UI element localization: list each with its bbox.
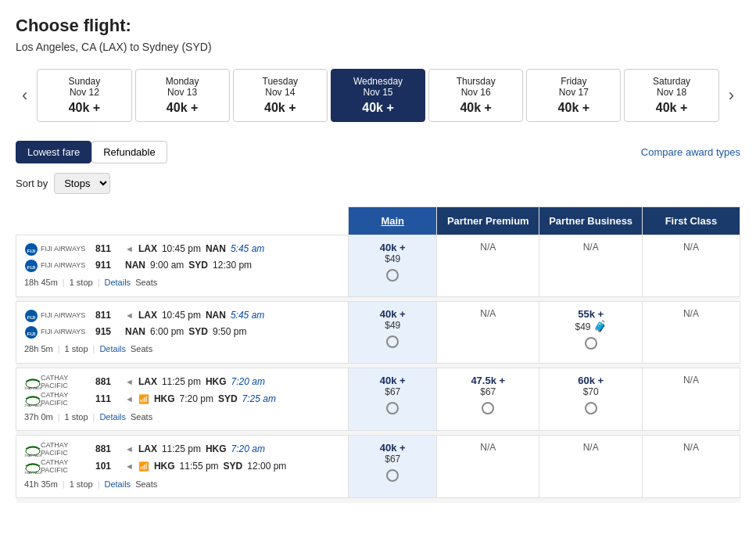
col-partner-business[interactable]: Partner Business <box>539 207 642 235</box>
next-date-button[interactable]: › <box>722 85 740 106</box>
arr-time: 12:00 pm <box>247 459 286 474</box>
flight-meta: 28h 5m | 1 stop | Details Seats <box>24 343 340 357</box>
radio-button[interactable] <box>482 402 494 414</box>
flight-number: 915 <box>95 325 120 339</box>
flight-leg-1: CATHAY PACIFIC CATHAY PACIFIC 101 ◄📶 HKG… <box>24 459 340 475</box>
wifi-icon: 📶 <box>138 393 149 407</box>
seats-label[interactable]: Seats <box>131 411 152 425</box>
price-points: 40k + <box>353 375 432 386</box>
radio-button[interactable] <box>386 269 399 282</box>
flight-info-cell-1: FIJI FIJI AIRWAYS 811 ◄ LAX 10:45 pm NAN… <box>16 301 349 363</box>
duration: 37h 0m <box>24 411 53 425</box>
details-link[interactable]: Details <box>105 478 131 492</box>
dep-airport: NAN <box>125 258 145 273</box>
na-label: N/A <box>683 375 699 386</box>
partner-business-cell[interactable]: 60k + $70 <box>539 368 642 430</box>
stops: 1 stop <box>70 478 93 492</box>
seats-label[interactable]: Seats <box>135 276 157 290</box>
arr-time: 5:45 am <box>231 308 264 323</box>
svg-text:FIJI: FIJI <box>27 332 36 336</box>
main-price-cell[interactable]: 40k + $49 <box>349 301 437 363</box>
main-price-cell[interactable]: 40k + $49 <box>349 235 437 297</box>
sort-row: Sort by Stops <box>16 173 740 194</box>
date-cards: Sunday Nov 12 40k + Monday Nov 13 40k + … <box>37 69 718 122</box>
price-points: 60k + <box>544 375 636 386</box>
date-card-0[interactable]: Sunday Nov 12 40k + <box>37 69 131 122</box>
radio-button[interactable] <box>386 402 399 414</box>
price-fee: $67 <box>442 386 534 397</box>
main-price-cell[interactable]: 40k + $67 <box>349 368 437 430</box>
price-radio[interactable] <box>544 402 636 417</box>
flight-number: 111 <box>95 392 120 407</box>
col-flight <box>16 207 349 235</box>
date-card-5[interactable]: Friday Nov 17 40k + <box>526 69 621 122</box>
sort-select[interactable]: Stops <box>54 173 110 194</box>
table-row: CATHAY PACIFIC CATHAY PACIFIC 881 ◄ LAX … <box>16 436 740 498</box>
flight-leg-0: FIJI FIJI AIRWAYS 811 ◄ LAX 10:45 pm NAN… <box>24 242 340 257</box>
date-nav: ‹ Sunday Nov 12 40k + Monday Nov 13 40k … <box>16 69 740 122</box>
flight-meta: 41h 35m | 1 stop | Details Seats <box>24 478 340 492</box>
price-radio[interactable] <box>353 402 432 417</box>
date-card-2[interactable]: Tuesday Nov 14 40k + <box>233 69 328 122</box>
flight-number: 811 <box>95 242 120 257</box>
fare-tab-1[interactable]: Refundable <box>91 141 167 163</box>
flight-leg-1: FIJI FIJI AIRWAYS 911 NAN 9:00 am SYD 12… <box>24 258 340 273</box>
price-radio[interactable] <box>544 337 636 352</box>
flight-leg-0: FIJI FIJI AIRWAYS 811 ◄ LAX 10:45 pm NAN… <box>24 308 340 323</box>
details-link[interactable]: Details <box>99 411 126 425</box>
seats-label[interactable]: Seats <box>135 478 157 492</box>
compare-link[interactable]: Compare award types <box>641 146 740 158</box>
seats-label[interactable]: Seats <box>131 343 152 357</box>
col-partner-premium[interactable]: Partner Premium <box>437 207 539 235</box>
arr-airport: SYD <box>188 325 208 339</box>
airline-icon: CATHAY PACIFIC <box>24 460 38 474</box>
svg-text:CATHAY PACIFIC: CATHAY PACIFIC <box>24 386 41 389</box>
price-radio[interactable] <box>353 469 432 484</box>
airline-icon: CATHAY PACIFIC <box>24 375 38 389</box>
airline-logo: CATHAY PACIFIC CATHAY PACIFIC <box>24 375 91 390</box>
airline-name: CATHAY PACIFIC <box>41 442 88 458</box>
flight-number: 881 <box>95 442 120 457</box>
na-label: N/A <box>583 442 599 453</box>
date-card-1[interactable]: Monday Nov 13 40k + <box>135 69 230 122</box>
radio-button[interactable] <box>585 337 597 350</box>
dep-time: 7:20 pm <box>180 392 213 407</box>
fare-tab-0[interactable]: Lowest fare <box>16 141 91 163</box>
flight-leg-1: CATHAY PACIFIC CATHAY PACIFIC 111 ◄📶 HKG… <box>24 392 340 407</box>
filter-row: Lowest fareRefundable Compare award type… <box>16 141 740 163</box>
col-first-class[interactable]: First Class <box>642 207 740 235</box>
col-main[interactable]: Main <box>349 207 437 235</box>
airline-icon: FIJI <box>24 325 38 339</box>
na-label: N/A <box>583 242 599 253</box>
price-points: 40k + <box>353 442 432 454</box>
price-points: 55k + <box>544 308 636 320</box>
partner-business-cell[interactable]: 55k + $49 🧳 <box>539 301 642 363</box>
airline-icon: FIJI <box>24 259 38 273</box>
flight-meta: 18h 45m | 1 stop | Details Seats <box>24 276 340 290</box>
arrow-icon: ◄ <box>125 309 134 323</box>
airline-icon: FIJI <box>24 309 38 323</box>
date-card-6[interactable]: Saturday Nov 18 40k + <box>624 69 718 122</box>
date-card-4[interactable]: Thursday Nov 16 40k + <box>428 69 523 122</box>
radio-button[interactable] <box>585 402 597 414</box>
price-radio[interactable] <box>353 269 432 284</box>
divider-row <box>16 498 740 503</box>
price-fee: $49 <box>353 320 432 331</box>
arr-airport: HKG <box>206 375 227 389</box>
price-radio[interactable] <box>353 336 432 350</box>
airline-icon: CATHAY PACIFIC <box>24 443 38 457</box>
price-radio[interactable] <box>442 402 534 417</box>
partner-business-cell: N/A <box>539 436 642 498</box>
radio-button[interactable] <box>386 469 399 482</box>
date-card-3[interactable]: Wednesday Nov 15 40k + <box>331 69 425 122</box>
partner-premium-cell[interactable]: 47.5k + $67 <box>437 368 539 430</box>
arr-time: 7:20 am <box>231 375 265 389</box>
prev-date-button[interactable]: ‹ <box>16 85 34 106</box>
price-fee: $49 <box>353 253 432 264</box>
main-price-cell[interactable]: 40k + $67 <box>349 436 437 498</box>
table-row: CATHAY PACIFIC CATHAY PACIFIC 881 ◄ LAX … <box>16 368 740 430</box>
details-link[interactable]: Details <box>99 343 126 357</box>
partner-premium-cell: N/A <box>437 436 539 498</box>
details-link[interactable]: Details <box>105 276 131 290</box>
radio-button[interactable] <box>386 336 399 348</box>
